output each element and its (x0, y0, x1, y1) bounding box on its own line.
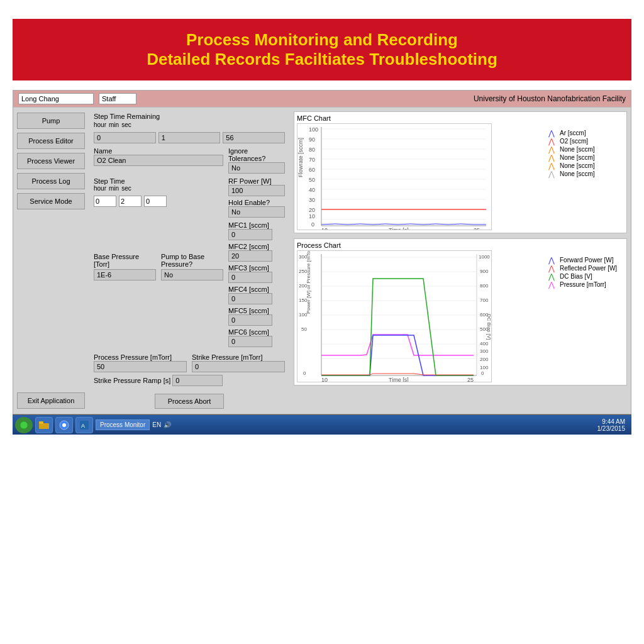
fwd-power-label: Forward Power [W] (560, 257, 614, 264)
lang-indicator: EN (152, 421, 161, 428)
start-button[interactable] (15, 417, 33, 433)
none4-icon: ⋀ (548, 171, 557, 177)
name-input[interactable] (94, 155, 223, 166)
sec-label: sec (121, 121, 131, 128)
pump-button[interactable]: Pump (17, 113, 85, 129)
header-title1: Process Monitoring and Recording (19, 30, 625, 50)
mfc2-input[interactable] (228, 250, 272, 262)
step-time-group: Step Time hour min sec (94, 177, 223, 218)
none2-icon: ⋀ (548, 155, 557, 161)
svg-text:900: 900 (480, 269, 489, 274)
pressure-icon: ⋀ (548, 282, 557, 288)
svg-text:Time [s]: Time [s] (389, 377, 409, 382)
strike-pressure-group: Strike Pressure [mTorr] (192, 353, 285, 372)
none1-icon: ⋀ (548, 147, 557, 153)
step-time-remaining-label: Step Time Remaining (94, 113, 285, 120)
process-chart-legend: ⋀ Forward Power [W] ⋀ Reflected Power [W… (548, 250, 624, 382)
process-pressure-input[interactable] (94, 361, 187, 372)
strike-ramp-input[interactable] (172, 375, 223, 386)
mfc-chart-title: MFC Chart (297, 114, 624, 122)
base-pressure-label: Base Pressure [Torr] (94, 253, 156, 268)
mfc-values-group: MFC1 [sccm] MFC2 [sccm] MFC3 [sccm] MFC4… (228, 221, 285, 350)
pressure-label: Pressure [mTorr] (560, 281, 606, 288)
svg-text:0: 0 (481, 370, 484, 376)
name-label: Name (94, 147, 112, 155)
process-chart-svg: 300 250 200 150 100 50 0 Power [W] or Pr… (297, 250, 492, 382)
process-editor-button[interactable]: Process Editor (17, 133, 85, 149)
none3-icon: ⋀ (548, 163, 557, 169)
mfc4-input[interactable] (228, 293, 272, 304)
svg-rect-64 (39, 423, 49, 429)
svg-text:Time [s]: Time [s] (389, 227, 409, 230)
taskbar-app-btn[interactable]: A (75, 417, 93, 433)
pump-to-base-input[interactable] (161, 269, 223, 280)
none4-label: None [sccm] (560, 170, 595, 177)
user-role-input[interactable] (99, 93, 136, 104)
svg-text:50: 50 (301, 326, 307, 332)
svg-rect-65 (39, 421, 43, 424)
process-log-button[interactable]: Process Log (17, 173, 85, 189)
svg-text:100: 100 (480, 365, 489, 370)
process-viewer-button[interactable]: Process Viewer (17, 153, 85, 169)
ignore-tolerances-group: Ignore Tolerances? (228, 147, 285, 174)
taskbar: A Process Monitor EN 🔊 9:44 AM 1/23/2015 (13, 414, 631, 435)
base-pressure-input[interactable] (94, 269, 156, 280)
taskbar-time: 9:44 AM (597, 418, 626, 425)
svg-text:400: 400 (480, 341, 489, 347)
ignore-tolerances-input[interactable] (228, 162, 285, 174)
mfc-chart-svg: 100 90 80 70 60 50 40 30 20 10 0 (297, 123, 492, 230)
svg-text:300: 300 (480, 348, 489, 354)
user-fields (18, 93, 136, 104)
taskbar-running-app[interactable]: Process Monitor (96, 419, 150, 430)
step-time-rf-row: Step Time hour min sec RF Power [W] (94, 177, 285, 218)
svg-text:DC Bias [V]: DC Bias [V] (486, 314, 492, 340)
rf-power-input[interactable] (228, 185, 285, 196)
process-abort-button[interactable]: Process Abort (155, 394, 224, 409)
step-hour-input[interactable] (94, 196, 116, 207)
strike-ramp-label: Strike Pressure Ramp [s] (94, 377, 170, 384)
legend-dc-bias: ⋀ DC Bias [V] (548, 273, 624, 280)
hour-label: hour (94, 121, 106, 128)
step-sec-input[interactable] (144, 196, 167, 207)
rf-power-group: RF Power [W] Hold Enable? (228, 177, 285, 218)
strike-pressure-input[interactable] (192, 361, 285, 372)
none3-label: None [sccm] (560, 162, 595, 169)
taskbar-clock: 9:44 AM 1/23/2015 (597, 418, 630, 432)
step-time-remaining-values (94, 132, 285, 143)
none2-label: None [sccm] (560, 154, 595, 161)
legend-ar: ⋀ Ar [sccm] (548, 130, 624, 136)
taskbar-folder-btn[interactable] (35, 417, 53, 433)
svg-text:10: 10 (321, 227, 328, 230)
service-mode-button[interactable]: Service Mode (17, 193, 85, 209)
none1-label: None [sccm] (560, 146, 595, 153)
pump-base-group: Pump to Base Pressure? (161, 221, 223, 350)
hour-remaining-input[interactable] (94, 132, 156, 143)
svg-point-63 (20, 421, 28, 429)
svg-text:10: 10 (321, 377, 328, 382)
strike-pressure-label: Strike Pressure [mTorr] (192, 353, 262, 361)
mfc1-input[interactable] (228, 229, 272, 240)
hold-enable-input[interactable] (228, 206, 285, 218)
mfc3-input[interactable] (228, 272, 272, 283)
ref-power-label: Reflected Power [W] (560, 265, 617, 272)
mfc3-row: MFC3 [sccm] (228, 264, 285, 283)
step-min-input[interactable] (119, 196, 142, 207)
svg-point-67 (62, 423, 66, 427)
svg-text:40: 40 (309, 187, 315, 193)
header-title2: Detailed Records Faciltiates Troubleshoo… (19, 50, 625, 69)
strike-ramp-group: Strike Pressure Ramp [s] (94, 375, 285, 386)
svg-text:10: 10 (309, 213, 315, 219)
sec-remaining-input[interactable] (223, 132, 285, 143)
exit-application-button[interactable]: Exit Application (17, 392, 85, 409)
mfc5-input[interactable] (228, 314, 272, 326)
ar-label: Ar [sccm] (560, 130, 586, 136)
mfc2-label: MFC2 [sccm] (228, 243, 285, 250)
mfc-row: Base Pressure [Torr] Pump to Base Pressu… (94, 221, 285, 350)
legend-none1: ⋀ None [sccm] (548, 146, 624, 153)
mfc6-input[interactable] (228, 336, 272, 347)
mfc2-row: MFC2 [sccm] (228, 243, 285, 262)
taskbar-chrome-btn[interactable] (55, 417, 73, 433)
mfc-chart-wrap: 100 90 80 70 60 50 40 30 20 10 0 (297, 123, 624, 230)
user-name-input[interactable] (18, 93, 94, 104)
min-remaining-input[interactable] (158, 132, 221, 143)
